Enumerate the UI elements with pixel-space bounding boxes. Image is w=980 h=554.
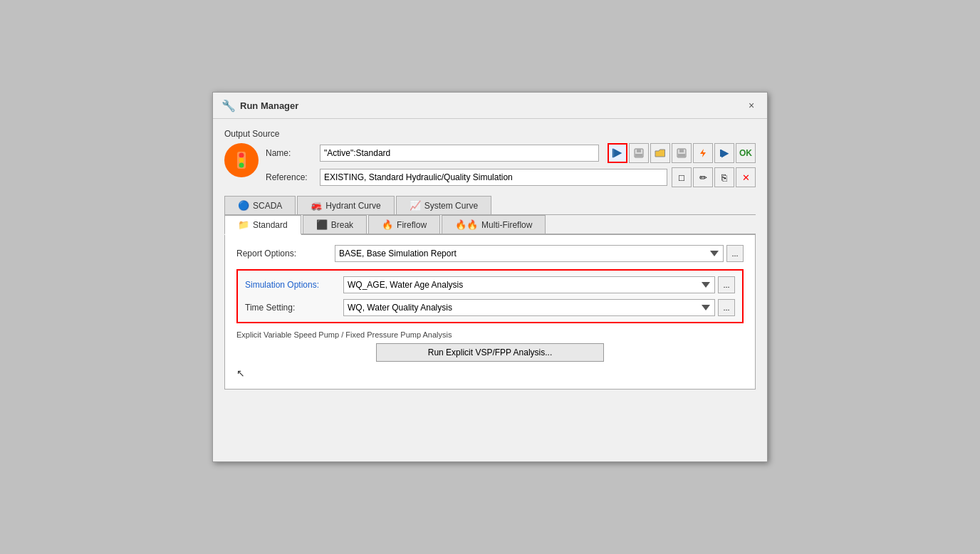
explicit-section-label: Explicit Variable Speed Pump / Fixed Pre… bbox=[236, 330, 744, 339]
tab-standard-label: Standard bbox=[253, 220, 288, 230]
svg-rect-10 bbox=[678, 154, 685, 157]
name-input-group bbox=[320, 145, 599, 162]
ref-toolbar: □ ✏ ⎘ ✕ bbox=[672, 167, 756, 187]
run-manager-window: 🔧 Run Manager × Output Source bbox=[212, 92, 768, 462]
top-tab-row: 🔵 SCADA 🚒 Hydrant Curve 📈 System Curve bbox=[224, 196, 756, 215]
tab-scada[interactable]: 🔵 SCADA bbox=[224, 196, 296, 214]
toolbar-icons: OK bbox=[608, 143, 756, 163]
hydrant-icon: 🚒 bbox=[311, 200, 322, 211]
tab-content: Report Options: BASE, Base Simulation Re… bbox=[224, 235, 756, 390]
time-setting-row: Time Setting: WQ, Water Quality Analysis… bbox=[245, 299, 735, 316]
report-options-dropdown[interactable]: BASE, Base Simulation Report bbox=[335, 245, 724, 262]
open-button[interactable] bbox=[650, 143, 670, 163]
svg-point-2 bbox=[239, 158, 244, 163]
report-options-group: BASE, Base Simulation Report ... bbox=[335, 245, 744, 262]
flash-button[interactable] bbox=[693, 143, 713, 163]
delete-ref-button[interactable]: ✕ bbox=[736, 167, 756, 187]
time-setting-label: Time Setting: bbox=[245, 303, 338, 313]
tabs-area: 🔵 SCADA 🚒 Hydrant Curve 📈 System Curve 📁… bbox=[224, 196, 756, 390]
tab-system-curve-label: System Curve bbox=[424, 201, 478, 211]
name-input[interactable] bbox=[320, 145, 599, 162]
save-button[interactable] bbox=[672, 143, 692, 163]
standard-icon: 📁 bbox=[238, 219, 249, 230]
run-explicit-button[interactable]: Run Explicit VSP/FPP Analysis... bbox=[376, 343, 604, 362]
svg-rect-9 bbox=[679, 149, 684, 152]
output-source-label: Output Source bbox=[224, 129, 756, 139]
time-setting-group: WQ, Water Quality Analysis ... bbox=[343, 299, 735, 316]
time-setting-dropdown[interactable]: WQ, Water Quality Analysis bbox=[343, 299, 715, 316]
break-icon: ⬛ bbox=[316, 219, 328, 230]
bottom-tab-row: 📁 Standard ⬛ Break 🔥 Fireflow 🔥🔥 Multi-F… bbox=[224, 215, 756, 235]
edit-ref-button[interactable]: ✏ bbox=[693, 167, 713, 187]
ok-button[interactable]: OK bbox=[736, 143, 756, 163]
wrench-button2[interactable] bbox=[714, 143, 734, 163]
tab-fireflow[interactable]: 🔥 Fireflow bbox=[368, 215, 440, 234]
new-ref-button[interactable]: □ bbox=[672, 167, 692, 187]
run-button[interactable] bbox=[608, 143, 627, 163]
traffic-light-icon bbox=[224, 143, 259, 177]
tab-scada-label: SCADA bbox=[253, 201, 282, 211]
content-area: Output Source Name: bbox=[213, 119, 767, 399]
explicit-section: Explicit Variable Speed Pump / Fixed Pre… bbox=[236, 330, 744, 379]
scada-icon: 🔵 bbox=[238, 200, 249, 211]
report-options-row: Report Options: BASE, Base Simulation Re… bbox=[236, 245, 744, 262]
title-bar: 🔧 Run Manager × bbox=[213, 93, 767, 119]
tab-standard[interactable]: 📁 Standard bbox=[224, 215, 301, 235]
simulation-options-row: Simulation Options: WQ_AGE, Water Age An… bbox=[245, 276, 735, 293]
simulation-options-box: Simulation Options: WQ_AGE, Water Age An… bbox=[236, 269, 744, 323]
svg-rect-6 bbox=[637, 149, 641, 152]
fields-and-toolbar: Name: bbox=[266, 143, 756, 187]
time-setting-ellipsis[interactable]: ... bbox=[718, 299, 735, 316]
simulation-options-ellipsis[interactable]: ... bbox=[718, 276, 735, 293]
simulation-options-label: Simulation Options: bbox=[245, 280, 338, 290]
svg-point-3 bbox=[239, 163, 244, 168]
title-bar-left: 🔧 Run Manager bbox=[221, 99, 298, 113]
report-options-ellipsis[interactable]: ... bbox=[726, 245, 744, 262]
svg-rect-7 bbox=[635, 154, 642, 157]
simulation-options-group: WQ_AGE, Water Age Analysis ... bbox=[343, 276, 735, 293]
reference-row: Reference: □ ✏ ⎘ ✕ bbox=[266, 167, 756, 187]
tab-break-label: Break bbox=[331, 220, 353, 230]
name-label: Name: bbox=[266, 148, 316, 158]
multifireflow-icon: 🔥🔥 bbox=[455, 219, 478, 230]
tab-hydrant[interactable]: 🚒 Hydrant Curve bbox=[297, 196, 394, 214]
fireflow-icon: 🔥 bbox=[382, 219, 393, 230]
name-row: Name: bbox=[266, 143, 756, 163]
window-title: Run Manager bbox=[240, 100, 298, 111]
tab-fireflow-label: Fireflow bbox=[397, 220, 427, 230]
tab-multifireflow[interactable]: 🔥🔥 Multi-Fireflow bbox=[442, 215, 546, 234]
tab-hydrant-label: Hydrant Curve bbox=[325, 201, 380, 211]
svg-point-1 bbox=[239, 153, 244, 158]
svg-marker-11 bbox=[700, 149, 706, 157]
tab-system-curve[interactable]: 📈 System Curve bbox=[396, 196, 491, 214]
output-source-section: Output Source Name: bbox=[224, 129, 756, 187]
copy-ref-button[interactable]: ⎘ bbox=[714, 167, 734, 187]
cursor-indicator: ↖ bbox=[236, 367, 245, 379]
close-button[interactable]: × bbox=[744, 98, 759, 113]
simulation-options-dropdown[interactable]: WQ_AGE, Water Age Analysis bbox=[343, 276, 715, 293]
output-source-row: Name: bbox=[224, 143, 756, 187]
report-options-label: Report Options: bbox=[236, 249, 329, 258]
save-active-button[interactable] bbox=[629, 143, 649, 163]
tab-multifireflow-label: Multi-Fireflow bbox=[481, 220, 532, 230]
reference-input[interactable] bbox=[320, 169, 667, 186]
system-curve-icon: 📈 bbox=[410, 200, 421, 211]
window-icon: 🔧 bbox=[221, 99, 236, 113]
reference-label: Reference: bbox=[266, 172, 316, 182]
tab-break[interactable]: ⬛ Break bbox=[303, 215, 367, 234]
